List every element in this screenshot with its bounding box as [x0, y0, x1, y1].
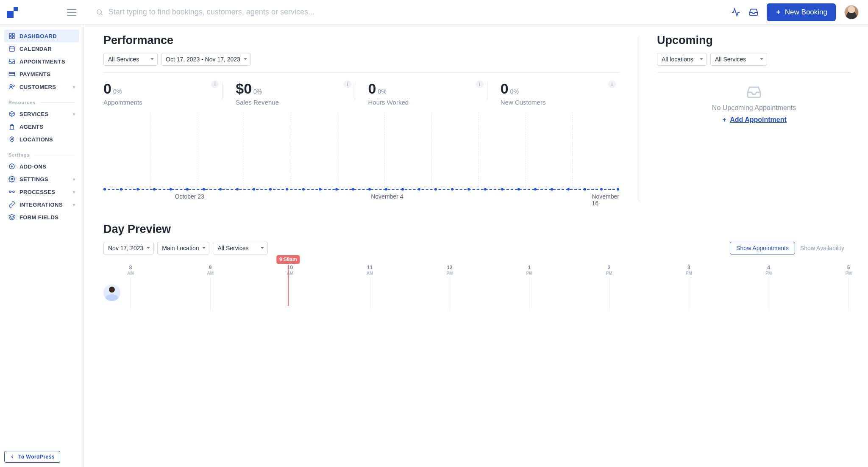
user-avatar[interactable]: [844, 5, 859, 19]
addons-icon: [8, 163, 15, 170]
svg-rect-7: [9, 36, 11, 39]
chevron-down-icon: ▾: [73, 85, 75, 89]
sidebar-item-agents[interactable]: Agents: [4, 120, 79, 133]
stat-hours: i00%Hours Worked: [355, 80, 487, 106]
sidebar-item-label: Appointments: [19, 58, 65, 65]
daypreview-services-select-label: All Services: [217, 245, 248, 251]
timeline-hour: 3PM: [686, 265, 692, 276]
show-availability-button[interactable]: Show Availability: [796, 242, 849, 254]
perf-services-select-label: All Services: [108, 56, 139, 63]
sidebar-item-processes[interactable]: Processes▾: [4, 185, 79, 198]
perf-daterange-select[interactable]: Oct 17, 2023 - Nov 17, 2023: [161, 53, 251, 66]
chevron-down-icon: ▾: [73, 202, 75, 207]
perf-services-select[interactable]: All Services: [103, 53, 158, 66]
sidebar-item-addons[interactable]: Add-ons: [4, 160, 79, 173]
agents-icon: [8, 123, 15, 130]
sidebar-item-dashboard[interactable]: Dashboard: [4, 30, 79, 42]
timeline-hour: 12PM: [446, 265, 453, 276]
appointments-icon: [8, 58, 15, 65]
svg-marker-25: [9, 214, 14, 217]
formfields-icon: [8, 214, 15, 221]
sidebar: DashboardCalendarAppointmentsPaymentsCus…: [0, 25, 84, 467]
inbox-empty-icon: [746, 85, 762, 100]
stat-revenue: i$00%Sales Revenue: [222, 80, 354, 106]
sidebar-item-locations[interactable]: Locations: [4, 133, 79, 146]
sidebar-item-label: Add-ons: [19, 163, 46, 170]
search-icon: [96, 8, 103, 16]
svg-rect-12: [9, 72, 14, 76]
section-label-settings: Settings: [4, 146, 79, 160]
sidebar-item-label: Dashboard: [19, 33, 57, 39]
divider: [657, 72, 851, 73]
daypreview-services-select[interactable]: All Services: [213, 242, 268, 254]
add-appointment-link[interactable]: Add Appointment: [721, 116, 787, 124]
sidebar-item-label: Processes: [19, 189, 55, 195]
sidebar-item-integrations[interactable]: Integrations▾: [4, 198, 79, 211]
svg-point-15: [13, 85, 14, 86]
svg-rect-17: [10, 125, 14, 129]
chart-grid: [103, 113, 619, 190]
agent-avatar[interactable]: [103, 284, 120, 301]
stat-label: Sales Revenue: [236, 99, 350, 106]
sidebar-item-appointments[interactable]: Appointments: [4, 55, 79, 68]
daypreview-title: Day Preview: [103, 223, 849, 236]
topbar-left: [0, 0, 84, 24]
to-wordpress-button[interactable]: To WordPress: [4, 451, 60, 463]
timeline-hour: 8AM: [127, 265, 134, 276]
svg-point-14: [10, 85, 12, 87]
stat-value: 0: [103, 80, 111, 97]
info-icon[interactable]: i: [344, 80, 351, 88]
sidebar-item-formfields[interactable]: Form Fields: [4, 211, 79, 224]
app-logo[interactable]: [7, 7, 18, 18]
timeline-hour: 4PM: [765, 265, 772, 276]
activity-icon[interactable]: [731, 8, 740, 17]
sidebar-item-payments[interactable]: Payments: [4, 68, 79, 80]
customers-icon: [8, 83, 15, 90]
new-booking-button[interactable]: New Booking: [767, 3, 836, 21]
svg-rect-6: [12, 36, 14, 39]
sidebar-item-settings[interactable]: Settings▾: [4, 173, 79, 185]
daypreview-date-select[interactable]: Nov 17, 2023: [103, 242, 154, 254]
sidebar-item-label: Integrations: [19, 202, 63, 208]
sidebar-item-calendar[interactable]: Calendar: [4, 42, 79, 55]
upcoming-empty-text: No Upcoming Appointments: [712, 104, 796, 112]
svg-rect-4: [9, 33, 11, 36]
global-search[interactable]: [84, 7, 731, 17]
search-input[interactable]: [108, 7, 731, 17]
performance-title: Performance: [103, 34, 619, 47]
sidebar-item-label: Locations: [19, 136, 53, 143]
section-label-resources: Resources: [4, 93, 79, 108]
info-icon[interactable]: i: [608, 80, 616, 88]
svg-point-24: [13, 191, 14, 193]
upcoming-title: Upcoming: [657, 34, 851, 47]
sidebar-item-label: Calendar: [19, 46, 52, 52]
upcoming-locations-select[interactable]: All locations: [657, 53, 707, 66]
upcoming-services-select[interactable]: All Services: [710, 53, 767, 66]
info-icon[interactable]: i: [476, 80, 484, 88]
topbar-actions: New Booking: [731, 3, 859, 21]
chart-xaxis-label: November 4: [371, 193, 403, 200]
stat-pct: 0%: [378, 88, 386, 95]
sidebar-toggle-icon[interactable]: [67, 9, 76, 16]
daypreview-location-select[interactable]: Main Location: [157, 242, 209, 254]
stat-value: 0: [368, 80, 376, 97]
chart-xaxis-label: November 16: [592, 193, 619, 207]
sidebar-item-services[interactable]: Services▾: [4, 108, 79, 120]
inbox-icon[interactable]: [749, 8, 758, 17]
services-icon: [8, 111, 15, 117]
arrow-left-icon: [10, 454, 15, 459]
day-timeline: 8AM9AM10AM11AM12PM1PM2PM3PM4PM5PM9:59am: [103, 265, 849, 310]
svg-rect-8: [9, 47, 14, 51]
stat-value: $0: [236, 80, 252, 97]
topbar: New Booking: [0, 0, 868, 25]
timeline-hours: 8AM9AM10AM11AM12PM1PM2PM3PM4PM5PM9:59am: [131, 265, 849, 276]
timeline-gridlines: [131, 277, 849, 310]
sidebar-item-customers[interactable]: Customers▾: [4, 80, 79, 93]
processes-icon: [8, 188, 15, 195]
chevron-down-icon: ▾: [73, 112, 75, 116]
sidebar-item-label: Agents: [19, 124, 44, 130]
upcoming-services-select-label: All Services: [715, 56, 746, 63]
show-appointments-button[interactable]: Show Appointments: [730, 242, 795, 254]
stat-pct: 0%: [253, 88, 262, 95]
stat-label: Hours Worked: [368, 99, 483, 106]
